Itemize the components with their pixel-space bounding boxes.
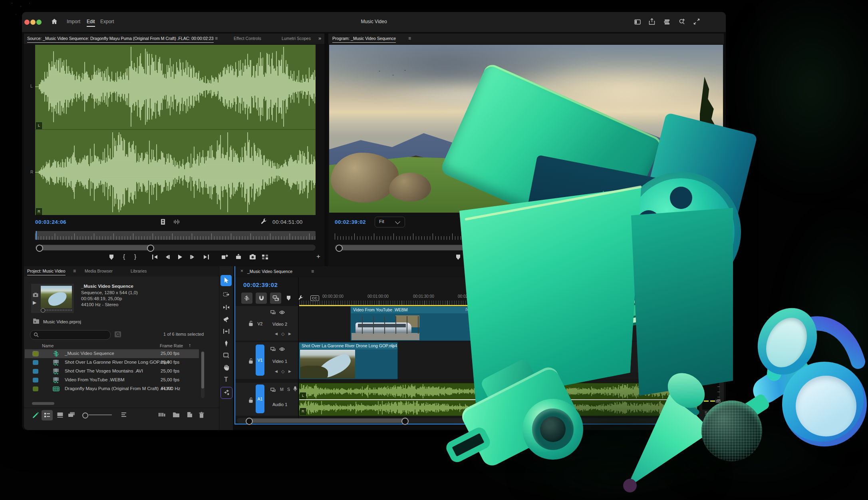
tab-timeline-sequence[interactable]: _Music Video Sequence [247,269,292,274]
keyframe-next-icon[interactable]: ▶ [288,369,291,373]
media-row-sequence[interactable]: _Music Video Sequence 25,00 fps [25,349,199,358]
track-header-v2[interactable]: V2 Video 2 ◀ ◇ ▶ [235,306,298,341]
keyframe-add-icon[interactable]: ◇ [281,369,284,374]
pen-tool[interactable] [220,338,232,349]
tab-source[interactable]: Source: _Music Video Sequence: Dragonfly… [27,36,214,43]
tab-project[interactable]: Project: Music Video [27,269,66,275]
mark-in-icon[interactable]: { [123,253,125,260]
label-chip[interactable] [33,369,38,374]
source-playhead[interactable] [36,231,37,240]
timeline-marker-icon[interactable] [286,295,291,301]
share-icon[interactable] [648,18,655,25]
keyframe-prev-icon[interactable]: ◀ [275,332,278,336]
linked-selection-button[interactable] [270,293,281,304]
media-row-video[interactable]: Video From YouTube .WEBM 25,00 fps [25,376,199,384]
automate-to-sequence-icon[interactable] [158,412,166,418]
add-marker-icon[interactable] [109,254,114,260]
program-video-frame[interactable] [329,45,723,213]
panel-overflow-icon[interactable]: » [318,35,321,41]
track-header-a1[interactable]: M S A1 Audio 1 [235,383,298,416]
track-lock-icon[interactable] [248,321,253,326]
source-patch-icon[interactable] [270,310,276,315]
timeline-panel-menu-icon[interactable]: ≡ [311,269,314,274]
track-content-v2[interactable]: Video From YouTube .WEBM fx [299,306,697,341]
solo-left-button[interactable]: S [705,411,707,415]
snap-magnet-button[interactable] [256,293,267,304]
program-current-timecode[interactable]: 00:02:39:02 [335,219,366,225]
program-zoom-handle[interactable] [336,245,343,252]
freeform-view-button[interactable] [68,412,76,418]
go-to-in-icon[interactable] [498,254,504,260]
keyframe-prev-icon[interactable]: ◀ [275,369,278,373]
export-frame-icon[interactable] [249,254,256,260]
tab-effect-controls[interactable]: Effect Controls [234,36,261,41]
step-forward-icon[interactable] [190,254,195,260]
zoom-handle-left[interactable] [36,245,43,252]
preview-play-icon[interactable]: ▶ [33,300,36,305]
label-chip[interactable] [33,386,38,391]
type-tool[interactable]: T [220,374,232,385]
add-button-icon[interactable]: + [316,253,320,261]
media-row-video[interactable]: Shot Over La Garonne River Drone Long GO… [25,358,199,367]
track-select-forward-tool[interactable] [220,289,232,301]
tab-libraries[interactable]: Libraries [131,269,147,273]
track-label-v1[interactable]: Video 1 [272,359,287,364]
track-label-a1[interactable]: Audio 1 [272,402,287,407]
insert-icon[interactable] [221,254,228,260]
label-chip[interactable] [33,360,38,365]
label-chip[interactable] [33,351,38,356]
project-file-name[interactable]: Music Video.prproj [43,319,81,324]
preview-thumbnail[interactable]: ▶ [31,284,74,313]
tab-program[interactable]: Program: _Music Video Sequence [332,36,396,43]
play-icon[interactable] [177,254,183,260]
step-back-icon[interactable] [510,254,516,260]
timeline-playhead[interactable] [499,301,500,419]
fit-dropdown[interactable]: Fit [375,217,405,227]
clip-shot-over-la-garonne[interactable]: Shot Over La Garonne River Drone Long GO… [299,342,398,379]
fullscreen-icon[interactable] [693,18,700,25]
track-content-v1[interactable]: Shot Over La Garonne River Drone Long GO… [299,342,697,379]
clip-audio-dragonfly[interactable]: L R [299,383,697,416]
timeline-current-timecode[interactable]: 00:02:39:02 [243,281,278,288]
overwrite-icon[interactable] [235,254,242,260]
list-horizontal-scrollbar[interactable] [32,402,54,405]
mute-button[interactable]: M [280,387,284,392]
label-chip[interactable] [33,378,38,382]
media-row-video[interactable]: Shot Over The Vosges Mountains .AVI 25,0… [25,367,199,376]
program-zoom-scrollbar[interactable] [335,245,717,251]
source-zoom-scrollbar[interactable] [35,245,316,251]
drag-audio-icon[interactable] [173,219,180,225]
sort-options-icon[interactable] [121,412,127,418]
writable-pencil-icon[interactable] [32,412,39,419]
source-patch-icon[interactable] [270,347,276,351]
track-target-v1[interactable]: V1 [256,345,264,376]
voiceover-mic-icon[interactable] [293,386,297,392]
zoom-slider[interactable] [82,413,112,417]
keyframe-next-icon[interactable]: ▶ [288,332,291,336]
play-icon[interactable] [523,254,529,260]
new-item-icon[interactable] [187,412,193,418]
remix-tool[interactable] [220,387,232,399]
sort-direction-icon[interactable]: ↑ [189,343,191,348]
drag-video-icon[interactable] [160,219,166,225]
timeline-horizontal-scrollbar[interactable] [237,418,695,423]
razor-tool[interactable] [220,314,232,325]
column-header-name[interactable]: Name [42,343,54,348]
panel-layout-icon[interactable] [634,18,641,26]
source-waveform-monitor[interactable]: L R [35,45,316,215]
zoom-handle-right[interactable] [147,245,154,252]
list-view-button[interactable] [42,410,53,420]
mark-out-icon[interactable]: } [134,253,136,260]
source-time-ruler[interactable] [35,231,316,240]
clip-video-from-youtube[interactable]: Video From YouTube .WEBM fx [350,306,472,341]
add-marker-icon[interactable] [455,254,461,260]
step-back-icon[interactable] [165,254,170,260]
source-current-timecode[interactable]: 00:03:24:06 [35,219,66,225]
track-target-v2[interactable]: V2 [256,321,264,326]
column-header-frame-rate[interactable]: Frame Rate [160,343,183,348]
track-lock-icon[interactable] [248,358,253,364]
selection-tool[interactable] [220,275,232,286]
program-panel-menu-icon[interactable]: ≡ [408,36,411,41]
list-vertical-scrollbar[interactable] [201,351,205,398]
mark-in-icon[interactable]: { [470,253,472,260]
